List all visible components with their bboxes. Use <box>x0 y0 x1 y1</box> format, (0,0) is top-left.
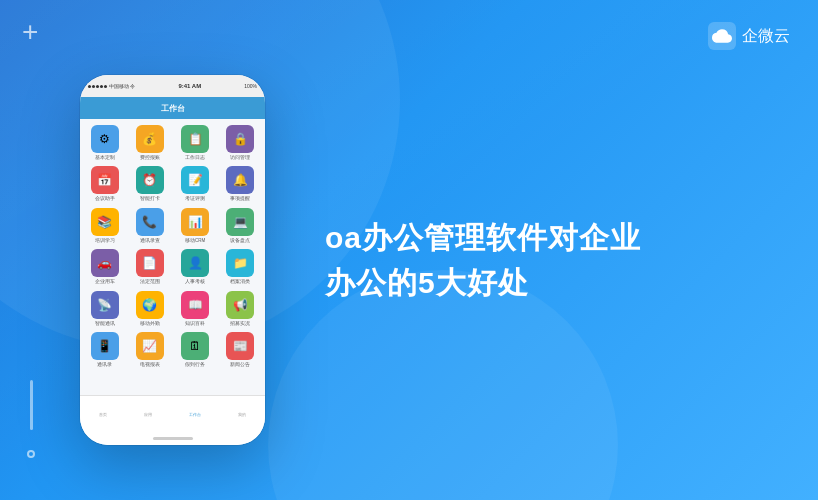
nav-label: 首页 <box>99 412 107 417</box>
app-label: 事项提醒 <box>223 196 257 201</box>
app-item: 📈电视报表 <box>129 332 170 367</box>
title-line-1: oa办公管理软件对企业 <box>325 215 758 260</box>
app-icon: 🔒 <box>226 125 254 153</box>
app-item: 📱通讯录 <box>84 332 125 367</box>
app-item: 📰新闻公告 <box>220 332 261 367</box>
phone-header-title: 工作台 <box>161 103 185 114</box>
phone-frame: 中国移动 令 9:41 AM 100% 工作台 ⚙基本定制💰费控报账📋工作日志🔒… <box>80 75 265 445</box>
app-label: 招募实况 <box>223 321 257 326</box>
home-bar <box>153 437 193 440</box>
nav-item: 我的 <box>238 411 246 417</box>
app-icon: 💻 <box>226 208 254 236</box>
app-icon: 📡 <box>91 291 119 319</box>
phone-battery: 100% <box>244 83 257 89</box>
app-item: 👤人事考核 <box>175 249 216 284</box>
app-icon: 📖 <box>181 291 209 319</box>
app-label: 智能通讯 <box>88 321 122 326</box>
text-content-area: oa办公管理软件对企业 办公的5大好处 <box>265 215 758 305</box>
app-label: 费控报账 <box>133 155 167 160</box>
app-icon: ⏰ <box>136 166 164 194</box>
app-label: 知识百科 <box>178 321 212 326</box>
phone-nav-bar: 首页应用工作台我的 <box>80 395 265 431</box>
title-line-2: 办公的5大好处 <box>325 260 758 305</box>
app-icon: 📝 <box>181 166 209 194</box>
phone-app-body: ⚙基本定制💰费控报账📋工作日志🔒访问管理📅会议助手⏰智能打卡📝考证评测🔔事项提醒… <box>80 119 265 395</box>
app-item: 📋工作日志 <box>175 125 216 160</box>
nav-label: 工作台 <box>189 412 201 417</box>
app-item: 📅会议助手 <box>84 166 125 201</box>
app-label: 通讯录查 <box>133 238 167 243</box>
app-icon: 🔔 <box>226 166 254 194</box>
app-label: 移动CRM <box>178 238 212 243</box>
app-label: 智能打卡 <box>133 196 167 201</box>
app-item: 🔒访问管理 <box>220 125 261 160</box>
app-item: 📄法定范围 <box>129 249 170 284</box>
app-item: 🔔事项提醒 <box>220 166 261 201</box>
main-content: 中国移动 令 9:41 AM 100% 工作台 ⚙基本定制💰费控报账📋工作日志🔒… <box>0 0 818 500</box>
app-icon: 📚 <box>91 208 119 236</box>
app-item: 🚗企业用车 <box>84 249 125 284</box>
phone-time: 9:41 AM <box>178 83 201 89</box>
app-item: 📁档案消类 <box>220 249 261 284</box>
app-label: 法定范围 <box>133 279 167 284</box>
app-label: 电视报表 <box>133 362 167 367</box>
app-label: 企业用车 <box>88 279 122 284</box>
app-label: 移动外勤 <box>133 321 167 326</box>
app-icon: 🗓 <box>181 332 209 360</box>
phone-header: 工作台 <box>80 97 265 119</box>
app-item: 📞通讯录查 <box>129 208 170 243</box>
phone-status-bar: 中国移动 令 9:41 AM 100% <box>80 75 265 97</box>
app-item: 📝考证评测 <box>175 166 216 201</box>
app-icon: 📅 <box>91 166 119 194</box>
app-item: 📚培训学习 <box>84 208 125 243</box>
app-label: 人事考核 <box>178 279 212 284</box>
phone-home-indicator <box>80 431 265 445</box>
carrier-name: 中国移动 令 <box>109 83 135 89</box>
app-icon: 📁 <box>226 249 254 277</box>
app-label: 通讯录 <box>88 362 122 367</box>
app-item: ⚙基本定制 <box>84 125 125 160</box>
app-icon: 📞 <box>136 208 164 236</box>
nav-label: 我的 <box>238 412 246 417</box>
app-label: 新闻公告 <box>223 362 257 367</box>
signal-dot-1 <box>88 85 91 88</box>
app-item: ⏰智能打卡 <box>129 166 170 201</box>
app-label: 访问管理 <box>223 155 257 160</box>
app-icon: 🌍 <box>136 291 164 319</box>
phone-carrier: 中国移动 令 <box>88 83 135 89</box>
app-label: 培训学习 <box>88 238 122 243</box>
app-icon: 📋 <box>181 125 209 153</box>
main-title: oa办公管理软件对企业 办公的5大好处 <box>325 215 758 305</box>
app-icon: 👤 <box>181 249 209 277</box>
app-icon: 💰 <box>136 125 164 153</box>
app-label: 基本定制 <box>88 155 122 160</box>
app-item: 📢招募实况 <box>220 291 261 326</box>
signal-dot-5 <box>104 85 107 88</box>
nav-item: 工作台 <box>189 411 201 417</box>
app-item: 📖知识百科 <box>175 291 216 326</box>
app-label: 考证评测 <box>178 196 212 201</box>
app-item: 🗓假到行务 <box>175 332 216 367</box>
app-icon: 📱 <box>91 332 119 360</box>
app-icon: 📈 <box>136 332 164 360</box>
app-item: 💰费控报账 <box>129 125 170 160</box>
app-label: 会议助手 <box>88 196 122 201</box>
app-item: 💻设备盘点 <box>220 208 261 243</box>
app-label: 设备盘点 <box>223 238 257 243</box>
app-icon: 📰 <box>226 332 254 360</box>
app-icon: 📢 <box>226 291 254 319</box>
app-icon: 📊 <box>181 208 209 236</box>
app-item: 📊移动CRM <box>175 208 216 243</box>
signal-dot-3 <box>96 85 99 88</box>
signal-dot-2 <box>92 85 95 88</box>
nav-label: 应用 <box>144 412 152 417</box>
signal-dots <box>88 85 107 88</box>
app-icon: 🚗 <box>91 249 119 277</box>
app-item: 🌍移动外勤 <box>129 291 170 326</box>
app-icon: ⚙ <box>91 125 119 153</box>
app-label: 工作日志 <box>178 155 212 160</box>
phone-mockup: 中国移动 令 9:41 AM 100% 工作台 ⚙基本定制💰费控报账📋工作日志🔒… <box>80 75 265 445</box>
app-label: 假到行务 <box>178 362 212 367</box>
nav-item: 首页 <box>99 411 107 417</box>
signal-dot-4 <box>100 85 103 88</box>
